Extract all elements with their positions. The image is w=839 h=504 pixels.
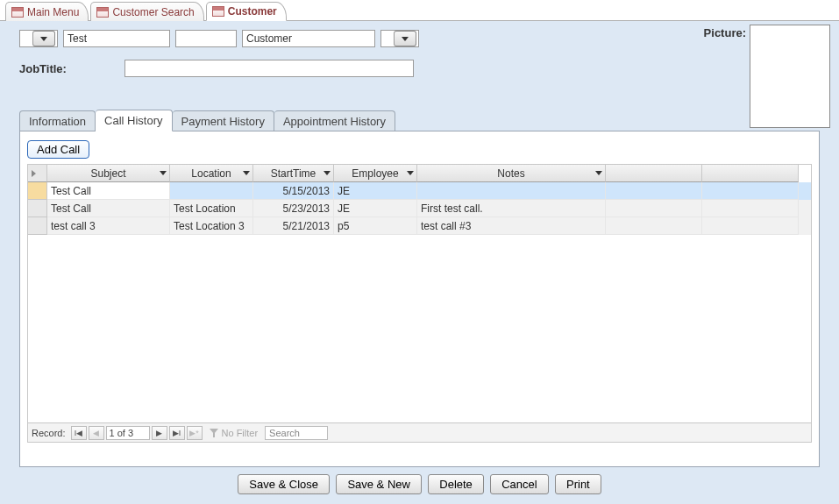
cell-subject[interactable]: Test Call bbox=[47, 200, 170, 217]
picture-label: Picture: bbox=[704, 26, 746, 39]
cell-location[interactable]: Test Location bbox=[170, 200, 253, 217]
tab-information[interactable]: Information bbox=[19, 110, 96, 131]
chevron-down-icon[interactable] bbox=[595, 171, 602, 175]
select-all-corner[interactable] bbox=[28, 165, 47, 182]
cell-subject[interactable]: Test Call bbox=[47, 182, 170, 200]
job-title-label: JobTitle: bbox=[19, 62, 67, 75]
form-icon bbox=[96, 7, 109, 18]
filter-label: No Filter bbox=[222, 428, 259, 438]
print-button[interactable]: Print bbox=[555, 474, 601, 494]
tab-payment-history[interactable]: Payment History bbox=[173, 110, 274, 131]
table-row[interactable]: Test Call 5/15/2013 JE bbox=[28, 182, 811, 200]
job-title-row: JobTitle: bbox=[19, 60, 820, 77]
new-record-button[interactable]: ▶* bbox=[187, 426, 203, 440]
customer-form: Test Customer Picture: JobTitle: Informa… bbox=[0, 21, 839, 504]
col-extra[interactable] bbox=[606, 165, 702, 182]
prefix-field[interactable] bbox=[20, 31, 31, 46]
cell-location[interactable]: Test Location 3 bbox=[170, 217, 253, 235]
cell-extra[interactable] bbox=[702, 217, 799, 235]
tab-appointment-history[interactable]: Appointment History bbox=[274, 110, 395, 131]
record-label: Record: bbox=[32, 428, 66, 438]
chevron-down-icon[interactable] bbox=[32, 31, 55, 46]
col-location[interactable]: Location bbox=[170, 165, 253, 182]
cell-extra[interactable] bbox=[702, 200, 799, 217]
picture-box[interactable] bbox=[750, 25, 830, 128]
cell-notes[interactable] bbox=[417, 182, 606, 200]
filter-indicator[interactable]: No Filter bbox=[210, 428, 259, 438]
detail-tabs: Information Call History Payment History… bbox=[19, 109, 820, 131]
delete-button[interactable]: Delete bbox=[428, 474, 484, 494]
window-tabs: Main Menu Customer Search Customer bbox=[0, 0, 839, 21]
cell-employee[interactable]: p5 bbox=[334, 217, 417, 235]
col-subject[interactable]: Subject bbox=[47, 165, 170, 182]
tab-label: Customer bbox=[228, 5, 277, 18]
chevron-down-icon[interactable] bbox=[324, 171, 331, 175]
chevron-down-icon[interactable] bbox=[160, 171, 167, 175]
row-selector[interactable] bbox=[28, 200, 47, 217]
last-record-button[interactable]: ▶I bbox=[169, 426, 185, 440]
chevron-down-icon[interactable] bbox=[407, 171, 414, 175]
row-selector[interactable] bbox=[28, 182, 47, 200]
cell-subject[interactable]: test call 3 bbox=[47, 217, 170, 235]
record-search[interactable]: Search bbox=[265, 426, 328, 440]
col-employee[interactable]: Employee bbox=[334, 165, 417, 182]
cell-extra[interactable] bbox=[606, 182, 702, 200]
add-call-button[interactable]: Add Call bbox=[27, 140, 89, 159]
cell-start[interactable]: 5/15/2013 bbox=[253, 182, 334, 200]
cell-extra[interactable] bbox=[702, 182, 799, 200]
prev-record-button[interactable]: ◀ bbox=[89, 426, 104, 440]
first-name-field[interactable]: Test bbox=[63, 30, 170, 47]
form-icon bbox=[11, 7, 24, 18]
save-close-button[interactable]: Save & Close bbox=[238, 474, 330, 494]
tab-customer[interactable]: Customer bbox=[206, 2, 287, 21]
first-record-button[interactable]: I◀ bbox=[71, 426, 87, 440]
row-selector[interactable] bbox=[28, 217, 47, 235]
suffix-combo[interactable] bbox=[380, 30, 419, 47]
cell-start[interactable]: 5/23/2013 bbox=[253, 200, 334, 217]
funnel-icon bbox=[210, 429, 218, 437]
chevron-down-icon[interactable] bbox=[394, 31, 416, 46]
cell-start[interactable]: 5/21/2013 bbox=[253, 217, 334, 235]
cell-employee[interactable]: JE bbox=[334, 200, 417, 217]
col-notes[interactable]: Notes bbox=[417, 165, 606, 182]
tab-label: Main Menu bbox=[27, 6, 79, 18]
tab-label: Customer Search bbox=[112, 6, 194, 18]
prefix-combo[interactable] bbox=[19, 30, 58, 47]
cell-employee[interactable]: JE bbox=[334, 182, 417, 200]
grid-header: Subject Location StartTime Employee Note… bbox=[28, 165, 811, 182]
cell-notes[interactable]: test call #3 bbox=[417, 217, 606, 235]
cell-extra[interactable] bbox=[606, 200, 702, 217]
chevron-down-icon[interactable] bbox=[243, 171, 250, 175]
form-icon bbox=[212, 6, 224, 17]
middle-name-field[interactable] bbox=[175, 30, 237, 47]
save-new-button[interactable]: Save & New bbox=[336, 474, 422, 494]
record-navigator: Record: I◀ ◀ 1 of 3 ▶ ▶I ▶* No Filter Se… bbox=[28, 422, 811, 442]
call-grid: Subject Location StartTime Employee Note… bbox=[27, 164, 812, 443]
job-title-field[interactable] bbox=[124, 60, 414, 77]
customer-name-row: Test Customer bbox=[19, 30, 820, 47]
cell-notes[interactable]: First test call. bbox=[417, 200, 606, 217]
cell-location[interactable] bbox=[170, 182, 253, 200]
last-name-field[interactable]: Customer bbox=[242, 30, 375, 47]
record-position[interactable]: 1 of 3 bbox=[106, 426, 150, 440]
form-footer: Save & Close Save & New Delete Cancel Pr… bbox=[19, 474, 820, 494]
cancel-button[interactable]: Cancel bbox=[490, 474, 548, 494]
tab-main-menu[interactable]: Main Menu bbox=[5, 2, 89, 21]
call-history-panel: Add Call Subject Location StartTime Empl… bbox=[19, 131, 820, 467]
col-start-time[interactable]: StartTime bbox=[253, 165, 334, 182]
table-row[interactable]: test call 3 Test Location 3 5/21/2013 p5… bbox=[28, 217, 811, 235]
tab-customer-search[interactable]: Customer Search bbox=[90, 2, 203, 21]
suffix-field[interactable] bbox=[381, 31, 392, 46]
table-row[interactable]: Test Call Test Location 5/23/2013 JE Fir… bbox=[28, 200, 811, 217]
next-record-button[interactable]: ▶ bbox=[152, 426, 167, 440]
col-extra[interactable] bbox=[702, 165, 799, 182]
cell-extra[interactable] bbox=[606, 217, 702, 235]
tab-call-history[interactable]: Call History bbox=[96, 110, 172, 131]
grid-body[interactable]: Test Call 5/15/2013 JE Test Call Test Lo… bbox=[28, 182, 811, 422]
